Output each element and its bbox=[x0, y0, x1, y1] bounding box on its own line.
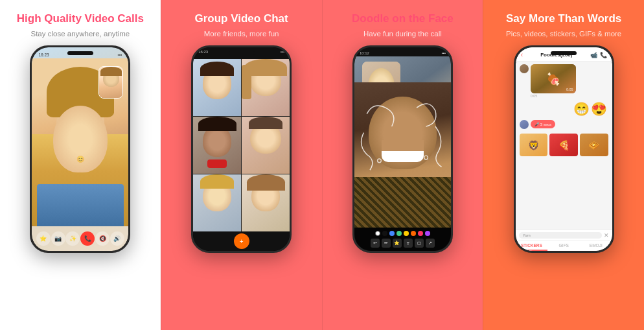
color-blue[interactable] bbox=[389, 231, 395, 236]
color-purple[interactable] bbox=[425, 231, 430, 236]
group-chat-bottom: + bbox=[193, 231, 290, 251]
emoji-grin: 😁 bbox=[573, 102, 590, 115]
color-orange[interactable] bbox=[411, 231, 416, 236]
status-bar-3: 10:12 ▪▪▪ bbox=[354, 47, 451, 56]
text-icon[interactable]: T bbox=[404, 239, 413, 248]
doodle-video bbox=[354, 56, 451, 228]
doodle-overlay bbox=[354, 56, 451, 228]
chat-message-1: 🍖 0:05 0:05 bbox=[520, 64, 608, 98]
color-black[interactable] bbox=[382, 231, 387, 236]
chat-title: Foodies(200) bbox=[525, 52, 588, 58]
emoji-tab-bar: STICKERS GIFS EMOJI bbox=[516, 241, 612, 251]
status-bar-2: 16:23 ▪▪▪ bbox=[193, 47, 290, 59]
color-white[interactable] bbox=[375, 231, 380, 236]
chat-image-bubble: 🍖 0:05 0:05 bbox=[531, 64, 576, 98]
signal-2: ▪▪▪ bbox=[281, 50, 284, 56]
chat-avatar-1 bbox=[520, 64, 529, 73]
effect-btn[interactable]: ✨ bbox=[65, 231, 80, 246]
phone-mockup-2: 16:23 ▪▪▪ bbox=[191, 45, 292, 253]
chat-avatar-2 bbox=[520, 120, 529, 129]
tab-emoji[interactable]: EMOJI bbox=[580, 241, 612, 251]
sticker-2: 🍕 bbox=[549, 134, 578, 156]
sticker-row: 🦁 🍕 🧇 bbox=[520, 134, 608, 156]
phone-mockup-4: ‹ Foodies(200) 📹 📞 🍖 bbox=[514, 45, 614, 253]
signal-1: ▪▪▪ bbox=[117, 53, 122, 57]
panel-1-title: High Quality Video Calls bbox=[17, 12, 144, 26]
sticker-1: 🦁 bbox=[520, 134, 548, 156]
svg-point-1 bbox=[424, 156, 428, 159]
panel-2-subtitle: More friends, more fun bbox=[204, 29, 279, 39]
status-bar-1: 16:23 ▪▪▪ bbox=[32, 47, 128, 58]
color-pink[interactable] bbox=[418, 231, 423, 236]
signal-3: ▪▪▪ bbox=[441, 51, 445, 55]
close-icon[interactable]: ✕ bbox=[604, 232, 609, 239]
input-text: Yum bbox=[523, 233, 531, 237]
panel-3-title: Doodle on the Face bbox=[352, 12, 454, 26]
phone-screen-1: 16:23 ▪▪▪ 😊 bbox=[32, 47, 128, 251]
phone-screen-2: 16:23 ▪▪▪ bbox=[193, 47, 290, 251]
back-button[interactable]: ‹ bbox=[521, 51, 523, 58]
phone-mockup-3: 10:12 ▪▪▪ bbox=[352, 45, 453, 253]
panel-video-calls: High Quality Video Calls Stay close anyw… bbox=[0, 0, 161, 330]
chat-message-2: 🎤 3 secs bbox=[520, 120, 608, 129]
emoji-heart-eyes: 😍 bbox=[591, 102, 607, 115]
doodle-icons: ↩ ✏ ⭐ T ◻ ↗ bbox=[357, 239, 448, 248]
phone-screen-4: ‹ Foodies(200) 📹 📞 🍖 bbox=[516, 47, 612, 251]
end-call-btn[interactable]: 📞 bbox=[80, 231, 95, 246]
chat-header: ‹ Foodies(200) 📹 📞 bbox=[516, 47, 612, 62]
panel-2-title: Group Video Chat bbox=[195, 12, 288, 26]
camera-btn[interactable]: 📷 bbox=[51, 231, 65, 246]
group-cell-3 bbox=[193, 117, 241, 174]
doodle-toolbar: ↩ ✏ ⭐ T ◻ ↗ bbox=[354, 228, 451, 251]
tab-gifs[interactable]: GIFS bbox=[547, 241, 580, 251]
mute-btn[interactable]: 🔇 bbox=[95, 231, 109, 246]
panel-doodle: Doodle on the Face Have fun during the c… bbox=[322, 0, 483, 330]
small-face-1 bbox=[99, 67, 122, 98]
mic-icon: 🎤 bbox=[535, 122, 539, 126]
panel-4-title: Say More Than Words bbox=[506, 12, 621, 26]
color-palette bbox=[357, 231, 448, 236]
panel-4-subtitle: Pics, videos, stickers, GIFs & more bbox=[506, 29, 621, 39]
voice-message: 🎤 3 secs bbox=[531, 120, 555, 128]
chat-input[interactable]: Yum bbox=[519, 232, 602, 239]
time-1: 16:23 bbox=[38, 53, 49, 57]
svg-point-0 bbox=[377, 159, 381, 163]
group-cell-5 bbox=[193, 174, 241, 231]
color-green[interactable] bbox=[397, 231, 402, 236]
chat-input-row: Yum ✕ bbox=[516, 230, 612, 241]
phone-screen-3: 10:12 ▪▪▪ bbox=[354, 47, 451, 251]
header-icons: 📹 📞 bbox=[590, 52, 607, 58]
call-controls-1: ⭐ 📷 ✨ 📞 🔇 🔊 bbox=[32, 226, 128, 251]
add-participant-btn[interactable]: + bbox=[234, 233, 249, 249]
main-video-1: 😊 bbox=[32, 58, 128, 226]
panel-group-chat: Group Video Chat More friends, more fun … bbox=[161, 0, 322, 330]
food-image: 🍖 0:05 bbox=[531, 64, 576, 93]
sticker-icon[interactable]: ⭐ bbox=[393, 239, 402, 248]
panel-3-subtitle: Have fun during the call bbox=[363, 29, 442, 39]
msg-time-1: 0:05 bbox=[531, 94, 576, 98]
time-2: 16:23 bbox=[198, 50, 208, 56]
voice-call-icon[interactable]: 📞 bbox=[600, 52, 607, 58]
eraser-icon[interactable]: ◻ bbox=[415, 239, 424, 248]
share-icon[interactable]: ↗ bbox=[426, 239, 435, 248]
time-3: 10:12 bbox=[360, 51, 369, 55]
color-yellow[interactable] bbox=[404, 231, 409, 236]
group-cell-1 bbox=[193, 59, 241, 116]
brush-icon[interactable]: ✏ bbox=[382, 239, 391, 248]
small-video-1 bbox=[98, 66, 123, 99]
chat-messages: 🍖 0:05 0:05 😁 😍 🎤 bbox=[516, 62, 612, 230]
video-call-icon[interactable]: 📹 bbox=[590, 52, 597, 58]
star-btn[interactable]: ⭐ bbox=[36, 231, 51, 246]
voice-duration: 3 secs bbox=[540, 123, 551, 126]
group-video-grid bbox=[193, 59, 290, 231]
phone-mockup-1: 16:23 ▪▪▪ 😊 bbox=[30, 45, 130, 253]
undo-icon[interactable]: ↩ bbox=[371, 239, 380, 248]
group-cell-2 bbox=[242, 59, 290, 116]
speaker-btn[interactable]: 🔊 bbox=[110, 231, 124, 246]
emoji-message: 😁 😍 bbox=[520, 101, 608, 117]
panel-messaging: Say More Than Words Pics, videos, sticke… bbox=[483, 0, 644, 330]
sticker-3: 🧇 bbox=[580, 134, 608, 156]
group-cell-6 bbox=[242, 174, 290, 231]
panel-1-subtitle: Stay close anywhere, anytime bbox=[30, 29, 130, 39]
tab-stickers[interactable]: STICKERS bbox=[516, 241, 548, 251]
